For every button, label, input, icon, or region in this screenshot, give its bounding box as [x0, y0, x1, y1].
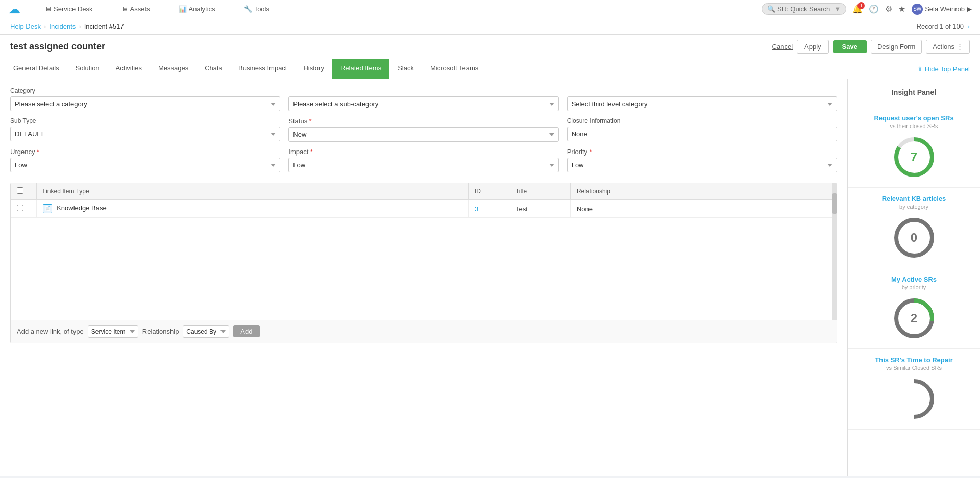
insight-card-4-title: This SR's Time to Repair	[856, 356, 972, 364]
tab-general-details[interactable]: General Details	[5, 59, 67, 79]
record-navigation: Record 1 of 100 ›	[917, 22, 970, 30]
subcategory-group: Please select a sub-category	[288, 87, 558, 111]
subcategory-select[interactable]: Please select a sub-category	[288, 96, 558, 111]
closure-input[interactable]	[567, 127, 837, 141]
breadcrumb-help-desk[interactable]: Help Desk	[10, 22, 41, 30]
row-id-cell[interactable]: 3	[468, 200, 509, 218]
insight-card-1-title: Request user's open SRs	[856, 114, 972, 122]
notifications[interactable]: 🔔 1	[852, 4, 863, 14]
insight-card-3-title: My Active SRs	[856, 275, 972, 283]
urgency-label: Urgency *	[10, 148, 280, 156]
tab-microsoft-teams[interactable]: Microsoft Teams	[422, 59, 486, 79]
clock-icon[interactable]: 🕐	[869, 4, 879, 14]
top-nav-right: 🔍 SR: Quick Search ▼ 🔔 1 🕐 ⚙ ★ SW Sela W…	[762, 3, 972, 15]
hide-panel-button[interactable]: ⇧ Hide Top Panel	[912, 62, 975, 76]
service-desk-icon: 🖥	[45, 5, 52, 13]
relationship-select[interactable]: Caused By	[183, 325, 229, 338]
subtype-select[interactable]: DEFAULT	[10, 127, 280, 141]
insight-card-active-srs: My Active SRs by priority 2	[848, 268, 980, 349]
save-button[interactable]: Save	[833, 40, 867, 53]
tab-slack[interactable]: Slack	[389, 59, 422, 79]
tab-history[interactable]: History	[295, 59, 332, 79]
quick-search[interactable]: 🔍 SR: Quick Search ▼	[762, 3, 846, 15]
impact-select[interactable]: Low	[288, 158, 558, 172]
urgency-group: Urgency * Low	[10, 148, 280, 172]
subtype-label: Sub Type	[10, 117, 280, 124]
priority-select[interactable]: Low	[567, 158, 837, 172]
table-header: Linked Item Type ID Title Relationship	[11, 183, 832, 200]
breadcrumb-sep-1: ›	[44, 22, 46, 30]
apply-button[interactable]: Apply	[797, 40, 829, 54]
tab-chats[interactable]: Chats	[197, 59, 230, 79]
tab-business-impact[interactable]: Business Impact	[230, 59, 295, 79]
table-scrollbar[interactable]	[832, 183, 837, 320]
page-title: test assigned counter	[10, 41, 105, 52]
content-area: Category Please select a category Please…	[0, 79, 847, 476]
nav-assets[interactable]: 🖥 Assets	[113, 0, 158, 18]
settings-icon[interactable]: ⚙	[885, 4, 892, 14]
insight-panel: Insight Panel Request user's open SRs vs…	[847, 79, 980, 476]
donut-chart-3: 2	[891, 295, 937, 341]
table-empty-cell	[11, 218, 832, 320]
tab-messages[interactable]: Messages	[150, 59, 197, 79]
svg-point-5	[896, 381, 932, 417]
star-icon[interactable]: ★	[898, 4, 905, 14]
cancel-button[interactable]: Cancel	[772, 43, 793, 51]
donut-value-1: 7	[911, 150, 917, 164]
subtype-group: Sub Type DEFAULT	[10, 117, 280, 141]
top-navigation: ☁ 🖥 Service Desk 🖥 Assets 📊 Analytics 🔧 …	[0, 0, 980, 18]
priority-required-mark: *	[589, 148, 592, 156]
third-level-select[interactable]: Select third level category	[567, 96, 837, 111]
app-logo: ☁	[8, 2, 20, 16]
row-checkbox[interactable]	[17, 205, 23, 211]
urgency-select[interactable]: Low	[10, 158, 280, 172]
user-profile[interactable]: SW Sela Weinrob ▶	[912, 4, 972, 15]
notification-count: 1	[857, 2, 865, 9]
breadcrumb-incidents[interactable]: Incidents	[49, 22, 76, 30]
main-layout: Category Please select a category Please…	[0, 79, 980, 476]
user-chevron-icon: ▶	[967, 5, 972, 13]
insight-card-open-srs: Request user's open SRs vs their closed …	[848, 107, 980, 188]
table-with-scrollbar: Linked Item Type ID Title Relationship	[11, 183, 837, 320]
tabs-bar: General Details Solution Activities Mess…	[0, 59, 980, 79]
donut-chart-1: 7	[891, 134, 937, 180]
breadcrumb: Help Desk › Incidents › Incident #517	[10, 22, 124, 30]
select-all-checkbox[interactable]	[17, 187, 23, 194]
tab-activities[interactable]: Activities	[108, 59, 150, 79]
table-scroll-area: Linked Item Type ID Title Relationship	[11, 183, 832, 320]
subtype-status-row: Sub Type DEFAULT Status * New Closure In	[10, 117, 837, 142]
donut-chart-2: 0	[891, 215, 937, 261]
urgency-required-mark: *	[37, 148, 39, 156]
category-group: Category Please select a category	[10, 87, 280, 111]
tab-solution[interactable]: Solution	[67, 59, 108, 79]
status-select[interactable]: New	[288, 127, 558, 142]
add-link-button[interactable]: Add	[233, 325, 259, 337]
linked-items-table-section: Linked Item Type ID Title Relationship	[10, 183, 837, 343]
nav-tools[interactable]: 🔧 Tools	[236, 0, 278, 18]
category-select[interactable]: Please select a category	[10, 96, 280, 111]
link-type-select[interactable]: Service Item	[88, 325, 138, 338]
nav-service-desk[interactable]: 🖥 Service Desk	[37, 0, 101, 18]
tab-related-items[interactable]: Related Items	[332, 59, 389, 79]
closure-group: Closure Information	[567, 117, 837, 141]
insight-card-3-chart: 2	[856, 295, 972, 341]
design-form-button[interactable]: Design Form	[871, 40, 922, 54]
insight-card-kb: Relevant KB articles by category 0	[848, 188, 980, 268]
status-required-mark: *	[309, 117, 312, 125]
table-header-checkbox	[11, 183, 36, 200]
nav-analytics[interactable]: 📊 Analytics	[170, 0, 224, 18]
actions-button[interactable]: Actions ⋮	[926, 40, 970, 54]
donut-value-2: 0	[911, 231, 917, 245]
row-checkbox-cell	[11, 200, 36, 218]
record-next-icon[interactable]: ›	[968, 22, 970, 30]
avatar: SW	[912, 4, 923, 15]
insight-card-1-sub: vs their closed SRs	[856, 123, 972, 129]
actions-chevron-icon: ⋮	[957, 43, 963, 51]
add-link-label: Add a new link, of type	[17, 328, 84, 335]
status-label: Status *	[288, 117, 558, 125]
status-group: Status * New	[288, 117, 558, 142]
assets-icon: 🖥	[121, 5, 128, 13]
scrollbar-thumb[interactable]	[832, 193, 837, 214]
insight-panel-title: Insight Panel	[848, 84, 980, 103]
category-label: Category	[10, 87, 280, 94]
